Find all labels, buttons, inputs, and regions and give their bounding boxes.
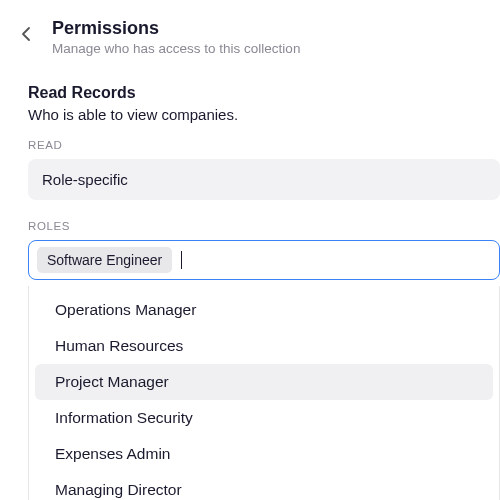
dropdown-item-operations-manager[interactable]: Operations Manager (35, 292, 493, 328)
dropdown-item-expenses-admin[interactable]: Expenses Admin (35, 436, 493, 472)
read-select-value: Role-specific (42, 171, 128, 188)
text-cursor (181, 251, 182, 269)
roles-dropdown: Operations Manager Human Resources Proje… (28, 286, 500, 500)
chevron-left-icon (21, 26, 31, 42)
dropdown-item-information-security[interactable]: Information Security (35, 400, 493, 436)
dropdown-item-label: Managing Director (55, 481, 182, 498)
dropdown-item-label: Expenses Admin (55, 445, 170, 462)
dropdown-item-label: Project Manager (55, 373, 169, 390)
read-label: READ (28, 139, 500, 151)
dropdown-item-label: Operations Manager (55, 301, 196, 318)
roles-label: ROLES (28, 220, 500, 232)
page-subtitle: Manage who has access to this collection (52, 41, 480, 56)
section-title: Read Records (28, 84, 500, 102)
roles-input[interactable]: Software Engineer (28, 240, 500, 280)
read-select[interactable]: Role-specific (28, 159, 500, 200)
dropdown-item-managing-director[interactable]: Managing Director (35, 472, 493, 500)
page-title: Permissions (52, 18, 480, 39)
back-button[interactable] (12, 20, 40, 48)
role-chip-label: Software Engineer (47, 252, 162, 268)
content: Read Records Who is able to view compani… (0, 64, 500, 500)
page-header: Permissions Manage who has access to thi… (0, 0, 500, 64)
header-text: Permissions Manage who has access to thi… (52, 18, 480, 56)
dropdown-item-project-manager[interactable]: Project Manager (35, 364, 493, 400)
role-chip[interactable]: Software Engineer (37, 247, 172, 273)
section-description: Who is able to view companies. (28, 106, 500, 123)
dropdown-item-label: Information Security (55, 409, 193, 426)
dropdown-item-label: Human Resources (55, 337, 183, 354)
dropdown-item-human-resources[interactable]: Human Resources (35, 328, 493, 364)
